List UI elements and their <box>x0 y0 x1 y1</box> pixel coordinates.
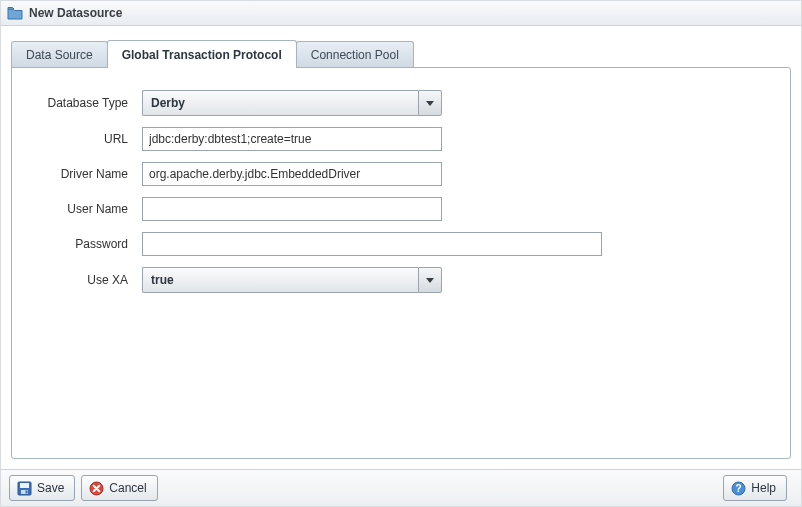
row-use-xa: Use XA true <box>32 267 770 293</box>
svg-rect-3 <box>25 490 27 493</box>
label-driver-name: Driver Name <box>32 167 142 181</box>
svg-rect-1 <box>20 483 29 488</box>
svg-text:?: ? <box>735 483 741 494</box>
label-database-type: Database Type <box>32 96 142 110</box>
folder-icon <box>7 6 23 20</box>
database-type-select[interactable]: Derby <box>142 90 442 116</box>
cancel-button-label: Cancel <box>109 481 146 495</box>
save-button[interactable]: Save <box>9 475 75 501</box>
label-password: Password <box>32 237 142 251</box>
row-driver-name: Driver Name <box>32 162 770 186</box>
database-type-dropdown-button[interactable] <box>418 90 442 116</box>
chevron-down-icon <box>426 101 434 106</box>
footer: Save Cancel ? Help <box>1 469 801 506</box>
cancel-button[interactable]: Cancel <box>81 475 157 501</box>
tab-connection-pool[interactable]: Connection Pool <box>296 41 414 68</box>
driver-name-input[interactable] <box>142 162 442 186</box>
label-url: URL <box>32 132 142 146</box>
tabbar: Data Source Global Transaction Protocol … <box>11 40 791 68</box>
row-database-type: Database Type Derby <box>32 90 770 116</box>
password-input[interactable] <box>142 232 602 256</box>
tab-global-transaction-protocol[interactable]: Global Transaction Protocol <box>107 40 297 68</box>
row-user-name: User Name <box>32 197 770 221</box>
save-button-label: Save <box>37 481 64 495</box>
cancel-icon <box>88 480 104 496</box>
database-type-value: Derby <box>142 90 418 116</box>
row-url: URL <box>32 127 770 151</box>
help-button[interactable]: ? Help <box>723 475 787 501</box>
use-xa-select[interactable]: true <box>142 267 442 293</box>
tab-data-source[interactable]: Data Source <box>11 41 108 68</box>
help-button-label: Help <box>751 481 776 495</box>
titlebar: New Datasource <box>1 1 801 26</box>
url-input[interactable] <box>142 127 442 151</box>
window: New Datasource Data Source Global Transa… <box>0 0 802 507</box>
use-xa-value: true <box>142 267 418 293</box>
save-icon <box>16 480 32 496</box>
tab-panel: Database Type Derby URL Driver N <box>11 67 791 459</box>
user-name-input[interactable] <box>142 197 442 221</box>
chevron-down-icon <box>426 278 434 283</box>
window-title: New Datasource <box>29 6 122 20</box>
label-use-xa: Use XA <box>32 273 142 287</box>
content-area: Data Source Global Transaction Protocol … <box>1 26 801 469</box>
help-icon: ? <box>730 480 746 496</box>
label-user-name: User Name <box>32 202 142 216</box>
row-password: Password <box>32 232 770 256</box>
use-xa-dropdown-button[interactable] <box>418 267 442 293</box>
